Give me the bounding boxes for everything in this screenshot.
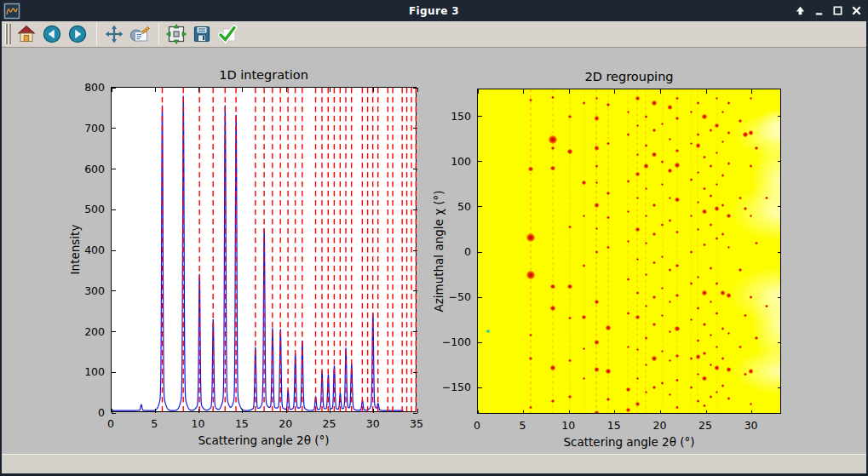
y-tick-label: 0 <box>464 245 471 258</box>
bragg-spot <box>696 143 701 148</box>
pan-button[interactable] <box>102 23 126 46</box>
bragg-spot <box>697 307 700 310</box>
x-tick-label: 15 <box>607 419 621 432</box>
bragg-spot <box>595 181 599 185</box>
bragg-spot <box>661 255 664 259</box>
bragg-spot <box>529 334 532 337</box>
bragg-spot <box>551 96 555 100</box>
tick-mark <box>413 169 417 169</box>
subplots-arrows-icon <box>166 24 187 44</box>
bragg-spot <box>636 124 640 128</box>
bragg-spot <box>690 111 693 114</box>
bragg-spot <box>636 258 640 261</box>
plot2-axes-2d-regrouping[interactable] <box>477 89 781 414</box>
bragg-spot <box>645 242 648 245</box>
bragg-spot <box>583 101 586 105</box>
bragg-spot <box>755 242 758 245</box>
save-button[interactable] <box>190 23 214 46</box>
shade-button[interactable] <box>793 4 807 18</box>
tick-mark <box>198 409 199 413</box>
bragg-spot <box>635 96 641 101</box>
bragg-spot <box>727 101 731 105</box>
bragg-spot <box>606 216 610 220</box>
statusbar <box>2 454 866 473</box>
apply-button[interactable] <box>216 23 239 46</box>
bragg-spot <box>703 187 706 191</box>
bragg-spot <box>635 315 641 320</box>
bragg-spot <box>697 201 700 204</box>
x-tick-label: 5 <box>151 417 158 430</box>
tick-mark <box>660 89 661 94</box>
bragg-spot <box>652 295 656 299</box>
bragg-spot <box>606 103 610 106</box>
close-button[interactable] <box>849 4 863 18</box>
bragg-spot <box>668 105 673 110</box>
tick-mark <box>112 128 116 129</box>
intensity-curve <box>112 96 404 411</box>
bragg-spot <box>703 404 706 408</box>
bragg-spot <box>606 398 610 401</box>
tick-mark <box>660 410 661 414</box>
bragg-spot <box>727 332 731 335</box>
maximize-button[interactable] <box>831 4 844 18</box>
tick-mark <box>478 161 482 162</box>
bragg-spot <box>697 339 700 342</box>
tick-mark <box>413 290 417 291</box>
bragg-spot <box>645 144 648 147</box>
bragg-spot <box>568 115 572 118</box>
ring-streak <box>607 89 609 413</box>
bragg-spot <box>636 291 640 295</box>
bragg-spot <box>626 387 631 393</box>
plot1-axes-1d-integration[interactable] <box>111 87 417 412</box>
bragg-spot <box>675 326 680 331</box>
toolbar-grip[interactable] <box>5 24 11 44</box>
bragg-spot <box>675 149 679 152</box>
bragg-spot <box>661 350 664 353</box>
x-tick-label: 35 <box>410 417 423 430</box>
tick-mark <box>614 89 615 94</box>
bragg-spot <box>595 146 600 151</box>
bragg-spot <box>710 364 713 367</box>
titlebar[interactable]: Figure 3 <box>0 0 868 21</box>
bragg-spot <box>755 336 758 340</box>
home-button[interactable] <box>14 23 38 46</box>
tick-mark <box>413 250 417 251</box>
y-tick-label: −100 <box>442 335 471 348</box>
bragg-spot <box>669 197 672 200</box>
tick-mark <box>569 89 570 94</box>
tick-mark <box>413 331 417 332</box>
tick-mark <box>413 88 417 89</box>
bragg-spot <box>645 215 648 218</box>
bragg-spot <box>550 306 555 311</box>
bragg-spot <box>750 97 753 100</box>
plot1-title: 1D integration <box>111 66 417 83</box>
bragg-spot <box>675 97 679 100</box>
bragg-spot <box>529 357 532 360</box>
home-icon <box>16 24 37 44</box>
ring-streak <box>530 89 532 413</box>
y-tick-label: 600 <box>84 162 105 175</box>
configure-subplots-button[interactable] <box>164 23 188 46</box>
bragg-spot <box>690 142 693 146</box>
bragg-spot <box>635 402 641 407</box>
zoom-button[interactable] <box>128 23 152 46</box>
tick-mark <box>478 89 479 94</box>
tick-mark <box>569 410 570 414</box>
bragg-spot <box>710 395 713 399</box>
bragg-spot <box>675 117 679 120</box>
bragg-spot <box>703 156 706 159</box>
bragg-spot <box>550 284 555 290</box>
bragg-spot <box>595 410 600 414</box>
bragg-spot <box>675 198 680 203</box>
bragg-spot <box>710 164 713 168</box>
bragg-spot <box>652 323 656 326</box>
bragg-spot <box>696 354 701 359</box>
tick-mark <box>155 88 156 92</box>
back-button[interactable] <box>40 23 64 46</box>
tick-mark <box>478 410 479 414</box>
minimize-button[interactable] <box>812 4 825 18</box>
forward-button[interactable] <box>66 23 89 46</box>
plot1-xaxis-label: Scattering angle 2θ (°) <box>111 433 417 448</box>
bragg-spot <box>697 101 700 105</box>
plot1-yaxis-label: Intensity <box>68 225 82 275</box>
